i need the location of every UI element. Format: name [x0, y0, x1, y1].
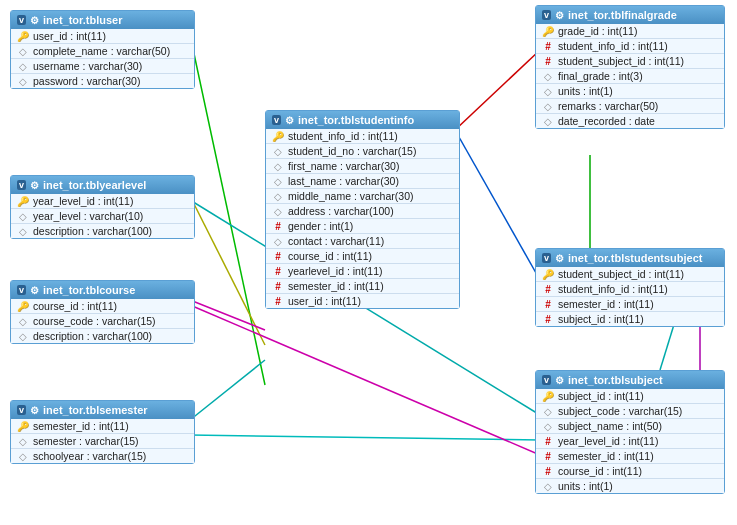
diamond-icon: ◇	[272, 236, 284, 247]
field-student_info_id: 🔑student_info_id : int(11)	[266, 129, 459, 143]
field-course_id-si: #course_id : int(11)	[266, 248, 459, 263]
field-gender: #gender : int(1)	[266, 218, 459, 233]
table-header-tblfinalgrade: v ⚙ inet_tor.tblfinalgrade	[536, 6, 724, 24]
view-icon: v	[17, 180, 26, 190]
field-user_id: 🔑user_id : int(11)	[11, 29, 194, 43]
diamond-icon: ◇	[17, 436, 29, 447]
gear-icon: ⚙	[285, 115, 294, 126]
table-header-tblstudentsubject: v ⚙ inet_tor.tblstudentsubject	[536, 249, 724, 267]
key-icon: 🔑	[542, 26, 554, 37]
field-semester: ◇semester : varchar(15)	[11, 433, 194, 448]
field-semester_id-si: #semester_id : int(11)	[266, 278, 459, 293]
field-last_name: ◇last_name : varchar(30)	[266, 173, 459, 188]
table-name-tblyearlevel: inet_tor.tblyearlevel	[43, 179, 146, 191]
field-middle_name: ◇middle_name : varchar(30)	[266, 188, 459, 203]
view-icon: v	[272, 115, 281, 125]
table-name-tblsubject: inet_tor.tblsubject	[568, 374, 663, 386]
table-tblstudentsubject: v ⚙ inet_tor.tblstudentsubject 🔑student_…	[535, 248, 725, 327]
hash-icon: #	[542, 41, 554, 52]
diamond-icon: ◇	[542, 481, 554, 492]
diamond-icon: ◇	[17, 316, 29, 327]
diamond-icon: ◇	[272, 146, 284, 157]
db-diagram: v ⚙ inet_tor.tbluser 🔑user_id : int(11) …	[0, 0, 737, 525]
table-body-tblfinalgrade: 🔑grade_id : int(11) #student_info_id : i…	[536, 24, 724, 128]
diamond-icon: ◇	[17, 451, 29, 462]
hash-icon: #	[542, 56, 554, 67]
key-icon: 🔑	[542, 391, 554, 402]
field-complete_name: ◇complete_name : varchar(50)	[11, 43, 194, 58]
table-name-tblcourse: inet_tor.tblcourse	[43, 284, 135, 296]
diamond-icon: ◇	[17, 61, 29, 72]
table-body-tblstudentsubject: 🔑student_subject_id : int(11) #student_i…	[536, 267, 724, 326]
field-course_code: ◇course_code : varchar(15)	[11, 313, 194, 328]
diamond-icon: ◇	[17, 46, 29, 57]
key-icon: 🔑	[17, 196, 29, 207]
field-yearlevel_id: #yearlevel_id : int(11)	[266, 263, 459, 278]
table-name-tblstudentinfo: inet_tor.tblstudentinfo	[298, 114, 414, 126]
table-header-tblcourse: v ⚙ inet_tor.tblcourse	[11, 281, 194, 299]
svg-line-11	[190, 305, 540, 455]
gear-icon: ⚙	[30, 285, 39, 296]
field-course_id: 🔑course_id : int(11)	[11, 299, 194, 313]
table-header-tblyearlevel: v ⚙ inet_tor.tblyearlevel	[11, 176, 194, 194]
field-course_id-sub: #course_id : int(11)	[536, 463, 724, 478]
table-body-tblsemester: 🔑semester_id : int(11) ◇semester : varch…	[11, 419, 194, 463]
hash-icon: #	[542, 299, 554, 310]
table-tblcourse: v ⚙ inet_tor.tblcourse 🔑course_id : int(…	[10, 280, 195, 344]
hash-icon: #	[542, 284, 554, 295]
diamond-icon: ◇	[17, 211, 29, 222]
gear-icon: ⚙	[30, 15, 39, 26]
diamond-icon: ◇	[542, 101, 554, 112]
table-header-tbluser: v ⚙ inet_tor.tbluser	[11, 11, 194, 29]
field-grade_id: 🔑grade_id : int(11)	[536, 24, 724, 38]
field-units-sub: ◇units : int(1)	[536, 478, 724, 493]
view-icon: v	[542, 253, 551, 263]
hash-icon: #	[272, 296, 284, 307]
field-student_subject_id: 🔑student_subject_id : int(11)	[536, 267, 724, 281]
field-first_name: ◇first_name : varchar(30)	[266, 158, 459, 173]
field-username: ◇username : varchar(30)	[11, 58, 194, 73]
table-body-tblstudentinfo: 🔑student_info_id : int(11) ◇student_id_n…	[266, 129, 459, 308]
table-name-tblfinalgrade: inet_tor.tblfinalgrade	[568, 9, 677, 21]
diamond-icon: ◇	[17, 76, 29, 87]
field-address: ◇address : varchar(100)	[266, 203, 459, 218]
svg-line-0	[190, 35, 265, 385]
svg-line-10	[190, 435, 540, 440]
hash-icon: #	[542, 314, 554, 325]
gear-icon: ⚙	[30, 180, 39, 191]
diamond-icon: ◇	[272, 176, 284, 187]
view-icon: v	[17, 405, 26, 415]
key-icon: 🔑	[272, 131, 284, 142]
table-body-tblyearlevel: 🔑year_level_id : int(11) ◇year_level : v…	[11, 194, 194, 238]
hash-icon: #	[272, 281, 284, 292]
field-student_info_id-ss: #student_info_id : int(11)	[536, 281, 724, 296]
field-student_subject_id-fg: #student_subject_id : int(11)	[536, 53, 724, 68]
gear-icon: ⚙	[555, 375, 564, 386]
table-tblyearlevel: v ⚙ inet_tor.tblyearlevel 🔑year_level_id…	[10, 175, 195, 239]
table-tbluser: v ⚙ inet_tor.tbluser 🔑user_id : int(11) …	[10, 10, 195, 89]
gear-icon: ⚙	[555, 253, 564, 264]
field-student_info_id-fg: #student_info_id : int(11)	[536, 38, 724, 53]
table-header-tblsubject: v ⚙ inet_tor.tblsubject	[536, 371, 724, 389]
field-semester_id-sub: #semester_id : int(11)	[536, 448, 724, 463]
diamond-icon: ◇	[542, 116, 554, 127]
svg-line-2	[190, 300, 265, 330]
field-remarks: ◇remarks : varchar(50)	[536, 98, 724, 113]
view-icon: v	[542, 375, 551, 385]
table-tblsubject: v ⚙ inet_tor.tblsubject 🔑subject_id : in…	[535, 370, 725, 494]
field-user_id-si: #user_id : int(11)	[266, 293, 459, 308]
field-subject_id: 🔑subject_id : int(11)	[536, 389, 724, 403]
field-final_grade: ◇final_grade : int(3)	[536, 68, 724, 83]
table-tblsemester: v ⚙ inet_tor.tblsemester 🔑semester_id : …	[10, 400, 195, 464]
diamond-icon: ◇	[542, 86, 554, 97]
field-subject_name: ◇subject_name : int(50)	[536, 418, 724, 433]
diamond-icon: ◇	[272, 161, 284, 172]
diamond-icon: ◇	[542, 421, 554, 432]
key-icon: 🔑	[17, 421, 29, 432]
view-icon: v	[542, 10, 551, 20]
field-description-c: ◇description : varchar(100)	[11, 328, 194, 343]
key-icon: 🔑	[542, 269, 554, 280]
svg-line-1	[190, 196, 265, 345]
svg-line-4	[455, 50, 540, 130]
key-icon: 🔑	[17, 31, 29, 42]
